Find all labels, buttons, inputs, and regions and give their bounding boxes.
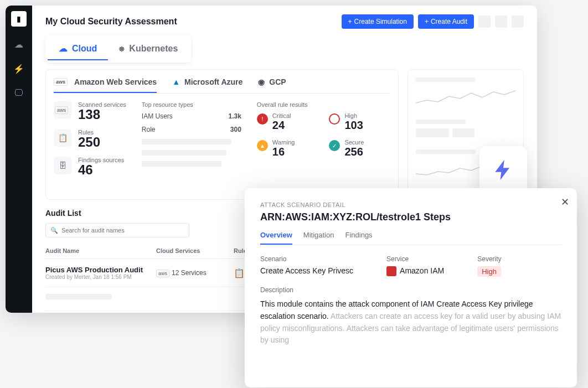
- action-placeholder[interactable]: [512, 15, 524, 28]
- content-row: awsAmazon Web Services ▲Microsoft Azure …: [45, 69, 524, 200]
- audit-name: Picus AWS Production Audit: [45, 266, 156, 274]
- desc-label: Description: [260, 286, 561, 294]
- rule-value: 103: [344, 119, 363, 131]
- meta-severity: Severity High: [477, 255, 501, 276]
- detail-tabs: Overview Mitigation Findings: [260, 231, 561, 245]
- stats-grid: aws Scanned services138 📋 Rules250 🗄 Fin…: [54, 101, 390, 177]
- create-simulation-button[interactable]: + Create Simulation: [342, 14, 414, 29]
- main-panel: awsAmazon Web Services ▲Microsoft Azure …: [45, 69, 399, 200]
- lightning-icon[interactable]: ⚡: [12, 62, 25, 75]
- rule-high: High103: [329, 112, 390, 131]
- placeholder-chip: [452, 128, 474, 137]
- warning-icon: ▲: [257, 140, 268, 151]
- rule-critical: !Critical24: [257, 112, 318, 131]
- clipboard-icon: 📋: [54, 129, 71, 147]
- meta-label: Severity: [477, 255, 501, 263]
- service-name: Amazon IAM: [400, 266, 444, 275]
- rule-secure: ✓Secure256: [329, 139, 390, 158]
- rule-results: Overall rule results !Critical24 High103…: [257, 101, 390, 177]
- provider-tabs: awsAmazon Web Services ▲Microsoft Azure …: [54, 77, 390, 94]
- meta-label: Service: [386, 255, 444, 263]
- k8s-icon: ⎈: [119, 44, 125, 54]
- detail-tab-overview[interactable]: Overview: [260, 231, 292, 245]
- placeholder-chip: [416, 128, 449, 137]
- rule-warning: ▲Warning16: [257, 139, 318, 158]
- stat-scanned-value: 138: [78, 108, 126, 121]
- tab-cloud[interactable]: ☁Cloud: [48, 38, 108, 60]
- placeholder-line: [45, 294, 112, 299]
- rule-value: 16: [272, 146, 295, 158]
- meta-scenario: Scenario Create Access Key Privesc: [260, 255, 353, 276]
- audit-meta: Created by Merter, Jan 18 1:56 PM: [45, 274, 156, 280]
- iam-icon: [386, 266, 396, 276]
- rule-label: Warning: [272, 139, 295, 146]
- rule-label: Critical: [272, 112, 291, 119]
- provider-gcp-label: GCP: [269, 77, 286, 86]
- detail-tab-mitigation[interactable]: Mitigation: [303, 231, 334, 245]
- resource-row: Role300: [142, 126, 241, 133]
- action-placeholder[interactable]: [478, 15, 491, 28]
- action-placeholder[interactable]: [495, 15, 507, 28]
- placeholder-line: [416, 120, 466, 124]
- provider-aws[interactable]: awsAmazon Web Services: [54, 77, 157, 93]
- detail-eyebrow: ATTACK SCENARIO DETAIL: [260, 201, 561, 208]
- provider-aws-label: Amazon Web Services: [74, 77, 157, 86]
- database-icon: 🗄: [54, 157, 71, 174]
- resource-label: Role: [142, 126, 156, 133]
- provider-gcp[interactable]: ◉GCP: [258, 77, 286, 93]
- app-logo[interactable]: ▮: [11, 11, 27, 27]
- resource-value: 1.3k: [228, 112, 241, 120]
- meta-label: Scenario: [260, 255, 353, 263]
- placeholder-line: [416, 149, 476, 154]
- search-icon: 🔍: [50, 227, 58, 234]
- rules-heading: Overall rule results: [257, 101, 390, 108]
- create-audit-button[interactable]: + Create Audit: [418, 14, 474, 29]
- search-input[interactable]: [61, 227, 184, 234]
- rule-label: High: [344, 112, 363, 119]
- gcp-icon: ◉: [258, 77, 265, 86]
- lightning-icon: [491, 158, 515, 182]
- top-actions: + Create Simulation + Create Audit: [342, 14, 524, 29]
- cloud-icon[interactable]: ☁: [12, 38, 25, 51]
- create-audit-label: Create Audit: [431, 18, 467, 25]
- close-button[interactable]: ✕: [561, 196, 569, 208]
- aws-icon: aws: [156, 270, 169, 277]
- detail-description: Description This module contains the att…: [260, 286, 561, 346]
- detail-title: ARN:AWS:IAM:XYZ:ROL/testrole1 Steps: [260, 211, 561, 223]
- search-box[interactable]: 🔍: [45, 223, 189, 237]
- stat-findings: 🗄 Findings sources46: [54, 157, 126, 177]
- attack-detail-panel: ✕ ATTACK SCENARIO DETAIL ARN:AWS:IAM:XYZ…: [245, 188, 577, 387]
- meta-value: Amazon IAM: [386, 266, 444, 276]
- tab-cloud-label: Cloud: [72, 44, 97, 54]
- resource-label: IAM Users: [142, 112, 173, 120]
- azure-icon: ▲: [172, 77, 180, 86]
- main-tabs: ☁Cloud ⎈Kubernetes: [45, 35, 191, 63]
- topbar: My Cloud Security Assessment + Create Si…: [45, 14, 524, 29]
- detail-tab-findings[interactable]: Findings: [345, 231, 372, 245]
- resource-value: 300: [230, 126, 241, 133]
- tab-k8s-label: Kubernetes: [129, 44, 178, 54]
- critical-icon: !: [257, 113, 268, 125]
- resource-row: IAM Users1.3k: [142, 112, 241, 120]
- col-cloud-services: Cloud Services: [156, 247, 234, 254]
- high-icon: [327, 111, 342, 127]
- meta-service: Service Amazon IAM: [386, 255, 444, 276]
- cloud-icon: ☁: [59, 43, 68, 54]
- col-audit-name: Audit Name: [45, 247, 156, 254]
- monitor-icon[interactable]: 🖵: [12, 86, 25, 100]
- placeholder-row: [142, 139, 231, 144]
- audit-services: 12 Services: [172, 269, 207, 277]
- secure-icon: ✓: [329, 140, 340, 151]
- aws-icon: aws: [54, 78, 68, 86]
- stat-rules: 📋 Rules250: [54, 129, 126, 149]
- placeholder-line: [416, 77, 476, 82]
- tab-kubernetes[interactable]: ⎈Kubernetes: [108, 38, 189, 60]
- stat-findings-value: 46: [78, 163, 124, 177]
- page-title: My Cloud Security Assessment: [45, 17, 177, 27]
- stat-rules-value: 250: [78, 136, 100, 149]
- clipboard-icon: 📋: [234, 268, 245, 278]
- detail-meta: Scenario Create Access Key Privesc Servi…: [260, 255, 561, 276]
- left-sidebar: ▮ ☁ ⚡ 🖵: [6, 6, 32, 313]
- provider-azure[interactable]: ▲Microsoft Azure: [172, 77, 243, 93]
- rule-value: 24: [272, 119, 291, 131]
